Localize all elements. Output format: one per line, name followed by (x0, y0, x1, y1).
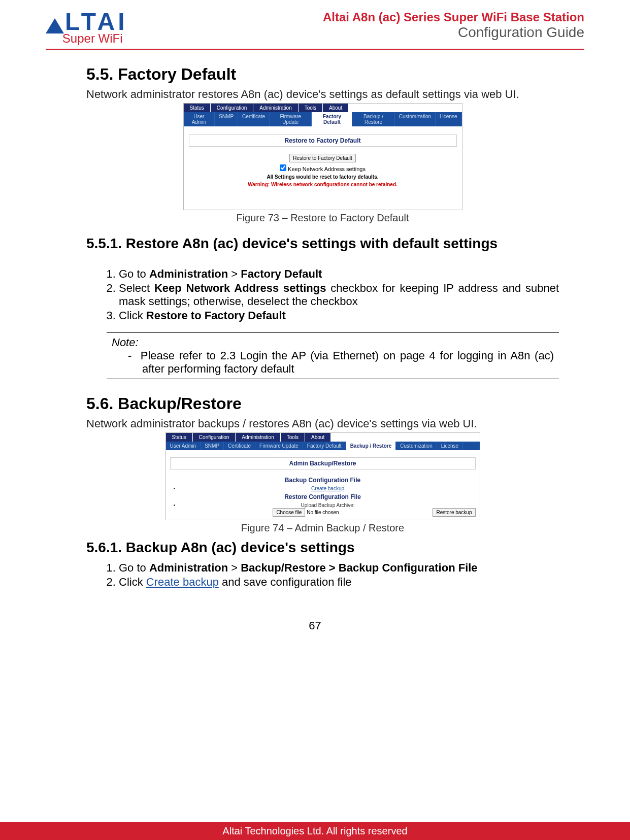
step-2: Select Keep Network Address settings che… (119, 282, 559, 308)
keep-network-label: Keep Network Address settings (288, 166, 366, 172)
heading-5-6-1: 5.6.1. Backup A8n (ac) device's settings (86, 539, 559, 556)
create-backup-link-text[interactable]: Create backup (146, 576, 219, 588)
tab-tools[interactable]: Tools (299, 104, 322, 112)
subtab-user-admin[interactable]: User Admin (166, 442, 201, 450)
heading-5-5: 5.5. Factory Default (86, 65, 559, 84)
subtab-customization[interactable]: Customization (395, 112, 436, 126)
step-3: Click Restore to Factory Default (119, 309, 559, 322)
subtab-snmp[interactable]: SNMP (201, 442, 224, 450)
logo: LTAI Super WiFi (46, 10, 128, 46)
tab-administration[interactable]: Administration (236, 433, 280, 442)
choose-file-button[interactable]: Choose file (273, 508, 305, 517)
logo-text: LTAI (65, 10, 128, 33)
keep-network-checkbox[interactable] (280, 164, 286, 171)
intro-5-6: Network administrator backups / restores… (86, 417, 559, 430)
footer-bar: Altai Technologies Ltd. All rights reser… (0, 822, 630, 840)
subtab-snmp[interactable]: SNMP (215, 112, 238, 126)
header-titles: Altai A8n (ac) Series Super WiFi Base St… (323, 10, 584, 41)
page-header: LTAI Super WiFi Altai A8n (ac) Series Su… (46, 10, 584, 50)
tab-tools[interactable]: Tools (281, 433, 305, 442)
warning-text: Warning: Wireless network configurations… (189, 182, 457, 187)
backup-heading: Backup Configuration File (170, 477, 476, 484)
panel-title: Restore to Factory Default (189, 135, 457, 147)
tab-administration[interactable]: Administration (253, 104, 297, 112)
logo-main: LTAI (46, 10, 128, 33)
create-backup-link[interactable]: Create backup (311, 486, 344, 491)
doc-title-line1: Altai A8n (ac) Series Super WiFi Base St… (323, 10, 584, 24)
doc-title-line2: Configuration Guide (323, 24, 584, 41)
file-chosen-text: No file chosen (307, 510, 339, 515)
tab-status[interactable]: Status (166, 433, 192, 442)
step-1: Go to Administration > Factory Default (119, 267, 559, 281)
screenshot-backup-restore: Status Configuration Administration Tool… (165, 432, 480, 520)
subtab-license[interactable]: License (437, 442, 463, 450)
screenshot-factory-default: Status Configuration Administration Tool… (183, 103, 462, 210)
subtab-customization[interactable]: Customization (396, 442, 437, 450)
heading-5-5-1: 5.5.1. Restore A8n (ac) device's setting… (86, 229, 559, 259)
tab-configuration[interactable]: Configuration (211, 104, 253, 112)
step-1: Go to Administration > Backup/Restore > … (119, 561, 559, 575)
figure-73: Status Configuration Administration Tool… (86, 103, 559, 210)
page-number: 67 (46, 619, 584, 632)
subtab-firmware-update[interactable]: Firmware Update (270, 112, 312, 126)
sub-tabs: User Admin SNMP Certificate Firmware Upd… (184, 112, 462, 126)
restore-heading: Restore Configuration File (170, 493, 476, 500)
restore-backup-button[interactable]: Restore backup (433, 508, 475, 517)
step-2: Click Create backup and save configurati… (119, 576, 559, 589)
figure-73-caption: Figure 73 – Restore to Factory Default (86, 212, 559, 224)
figure-74: Status Configuration Administration Tool… (86, 432, 559, 520)
panel-title-2: Admin Backup/Restore (170, 457, 476, 469)
tab-status[interactable]: Status (184, 104, 210, 112)
logo-subtitle: Super WiFi (62, 31, 128, 46)
subtab-certificate[interactable]: Certificate (224, 442, 255, 450)
subtab-backup-restore[interactable]: Backup / Restore (352, 112, 394, 126)
tab-configuration[interactable]: Configuration (193, 433, 235, 442)
subtab-factory-default[interactable]: Factory Default (312, 112, 352, 126)
top-tabs-2: Status Configuration Administration Tool… (166, 433, 480, 442)
top-tabs: Status Configuration Administration Tool… (184, 104, 462, 112)
figure-74-caption: Figure 74 – Admin Backup / Restore (86, 522, 559, 534)
reset-info: All Settings would be reset to factory d… (189, 174, 457, 180)
subtab-backup-restore[interactable]: Backup / Restore (346, 442, 396, 450)
subtab-factory-default[interactable]: Factory Default (303, 442, 346, 450)
heading-5-6: 5.6. Backup/Restore (86, 394, 559, 413)
note-title: Note: (112, 336, 554, 349)
intro-5-5: Network administrator restores A8n (ac) … (86, 88, 559, 101)
tab-about[interactable]: About (305, 433, 330, 442)
sub-tabs-2: User Admin SNMP Certificate Firmware Upd… (166, 442, 480, 450)
steps-5-5-1: Go to Administration > Factory Default S… (119, 267, 559, 322)
tab-about[interactable]: About (323, 104, 348, 112)
steps-5-6-1: Go to Administration > Backup/Restore > … (119, 561, 559, 589)
subtab-firmware-update[interactable]: Firmware Update (255, 442, 303, 450)
subtab-certificate[interactable]: Certificate (238, 112, 270, 126)
subtab-user-admin[interactable]: User Admin (184, 112, 215, 126)
logo-triangle-icon (46, 18, 64, 33)
note-5-5: Note: - Please refer to 2.3 Login the AP… (107, 332, 559, 379)
note-item: - Please refer to 2.3 Login the AP (via … (142, 349, 554, 376)
subtab-license[interactable]: License (436, 112, 461, 126)
restore-button[interactable]: Restore to Factory Default (289, 154, 356, 162)
upload-label: Upload Backup Archive: (301, 502, 354, 508)
